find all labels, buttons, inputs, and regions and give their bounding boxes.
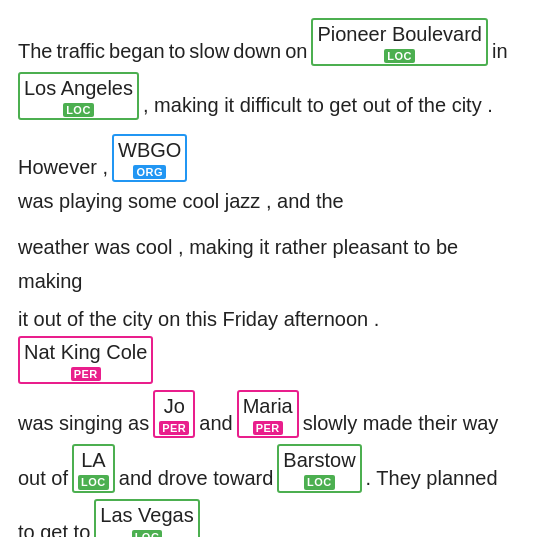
entity-loc-1: LALOC bbox=[72, 444, 115, 492]
word: However , bbox=[18, 150, 108, 184]
entity-label: LOC bbox=[132, 530, 163, 537]
word: slowly made their way bbox=[303, 406, 499, 440]
entity-per-1: JoPER bbox=[153, 390, 195, 438]
word: in bbox=[492, 34, 508, 68]
ner-display: ThetrafficbegantoslowdownonPioneer Boule… bbox=[18, 18, 520, 537]
entity-text: Las Vegas bbox=[100, 501, 193, 529]
word: weather was cool , making it rather plea… bbox=[18, 230, 516, 298]
word: to get to bbox=[18, 515, 90, 537]
word: slow bbox=[189, 34, 229, 68]
entity-label: LOC bbox=[63, 103, 94, 117]
sentence-line-4: it out of the city on this Friday aftern… bbox=[18, 302, 520, 386]
entity-loc-7: Pioneer BoulevardLOC bbox=[311, 18, 488, 66]
entity-label: PER bbox=[71, 367, 101, 381]
entity-org-1: WBGOORG bbox=[112, 134, 187, 182]
entity-text: WBGO bbox=[118, 136, 181, 164]
word: on bbox=[285, 34, 307, 68]
entity-label: PER bbox=[253, 421, 283, 435]
entity-label: PER bbox=[159, 421, 189, 435]
entity-text: Nat King Cole bbox=[24, 338, 147, 366]
word: down bbox=[233, 34, 281, 68]
entity-loc-0: Los AngelesLOC bbox=[18, 72, 139, 120]
word: out of bbox=[18, 461, 68, 495]
sentence-line-0: ThetrafficbegantoslowdownonPioneer Boule… bbox=[18, 18, 520, 68]
sentence-line-5: was singing asJoPERandMariaPERslowly mad… bbox=[18, 390, 520, 440]
gap bbox=[18, 222, 520, 230]
entity-text: LA bbox=[81, 446, 105, 474]
sentence-line-7: to get toLas VegasLOCearly enough in the… bbox=[18, 499, 520, 537]
entity-label: ORG bbox=[133, 165, 166, 179]
word: The bbox=[18, 34, 52, 68]
word: to bbox=[169, 34, 186, 68]
entity-label: LOC bbox=[78, 475, 109, 489]
word: . They planned bbox=[366, 461, 498, 495]
entity-label: LOC bbox=[304, 475, 335, 489]
entity-label: LOC bbox=[384, 49, 415, 63]
entity-text: Pioneer Boulevard bbox=[317, 20, 482, 48]
entity-per-3: MariaPER bbox=[237, 390, 299, 438]
word: traffic bbox=[56, 34, 105, 68]
entity-loc-1: Las VegasLOC bbox=[94, 499, 199, 537]
sentence-line-2: However ,WBGOORGwas playing some cool ja… bbox=[18, 134, 520, 218]
sentence-line-3: weather was cool , making it rather plea… bbox=[18, 230, 520, 298]
word: , making it difficult to get out of the … bbox=[143, 88, 493, 122]
entity-text: Barstow bbox=[283, 446, 355, 474]
sentence-line-1: Los AngelesLOC, making it difficult to g… bbox=[18, 72, 520, 122]
entity-per-1: Nat King ColePER bbox=[18, 336, 153, 384]
entity-text: Jo bbox=[164, 392, 185, 420]
entity-text: Maria bbox=[243, 392, 293, 420]
word: and drove toward bbox=[119, 461, 274, 495]
word: it out of the city on this Friday aftern… bbox=[18, 302, 379, 336]
word: began bbox=[109, 34, 165, 68]
gap bbox=[18, 126, 520, 134]
word: was playing some cool jazz , and the bbox=[18, 184, 344, 218]
word: was singing as bbox=[18, 406, 149, 440]
word: and bbox=[199, 406, 232, 440]
sentence-line-6: out ofLALOCand drove towardBarstowLOC. T… bbox=[18, 444, 520, 494]
entity-loc-3: BarstowLOC bbox=[277, 444, 361, 492]
entity-text: Los Angeles bbox=[24, 74, 133, 102]
